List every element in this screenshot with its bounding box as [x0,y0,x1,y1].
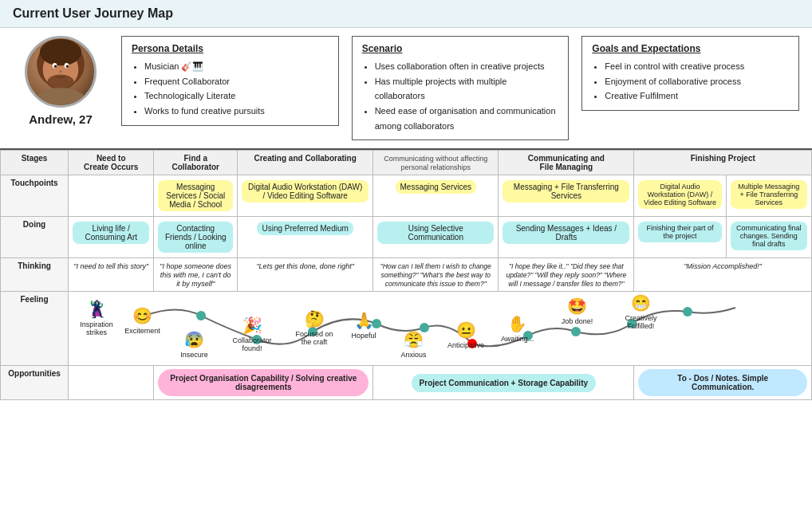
opp-org: Project Organisation Capability / Solvin… [154,366,373,400]
svg-point-6 [66,65,69,68]
col-finish: Finishing Project [634,151,812,175]
page-title: Current User Journey Map [0,0,812,28]
feeling-cell: 🦹‍♀️ Inspiration strikes 😊 Excitement 😰 … [69,292,812,366]
list-item: Frequent Collaborator [144,74,329,89]
thinking-find-text: "I hope someone does this with me, I can… [160,262,231,288]
opp-todo-chip: To - Dos / Notes. Simple Communication. [638,369,807,396]
scenario-box: Scenario Uses collaboration often in cre… [352,36,570,140]
header-row: Stages Need toCreate Occurs Find aCollab… [1,151,812,175]
svg-point-10 [196,311,206,320]
doing-row: Doing Living life / Consuming Art Contac… [1,217,812,258]
opp-comm: Project Communication + Storage Capabili… [373,366,634,400]
stage-doing: Doing [1,217,69,258]
thinking-need: "I need to tell this story" [69,258,154,292]
doing-find-chip: Contacting Friends / Looking online [158,222,233,253]
svg-point-19 [683,307,692,316]
tp-comm2-chip: Messaging + File Transferring Services [503,180,629,202]
opp-comm-chip: Project Communication + Storage Capabili… [412,374,596,392]
feeling-row: Feeling [1,292,812,366]
tp-create-chip: Digital Audio Workstation (DAW) / Video … [242,180,369,202]
stage-opportunities: Opportunities [1,366,69,400]
doing-create-chip: Using Preferred Medium [257,222,353,235]
svg-point-7 [59,70,62,73]
journey-map: Stages Need toCreate Occurs Find aCollab… [0,150,812,400]
opp-todo: To - Dos / Notes. Simple Communication. [634,366,812,400]
doing-finish2-chip: Communicating final changes. Sending fin… [731,222,807,250]
persona-details-box: Persona Details Musician 🎸🎹 Frequent Col… [121,36,339,126]
doing-need-chip: Living life / Consuming Art [73,222,149,244]
svg-point-2 [40,39,81,66]
thinking-find: "I hope someone does this with me, I can… [154,258,238,292]
tp-finish2: Multiple Messaging + File Transferring S… [726,175,811,217]
tp-comm1-chip: Messaging Services [396,180,476,194]
persona-details-list: Musician 🎸🎹 Frequent Collaborator Techno… [132,59,329,119]
thinking-comm1: "How can I tell them I wish to change so… [373,258,499,292]
list-item: Creative Fulfilment [605,88,789,104]
doing-finish1-chip: Finishing their part of the project [638,222,721,242]
avatar-area: Andrew, 27 [13,36,108,126]
svg-point-17 [571,327,581,336]
col-stages: Stages [1,151,69,175]
svg-point-9 [34,88,86,105]
opp-empty1 [69,366,154,400]
list-item: Technologically Literate [144,88,329,104]
persona-section: Andrew, 27 Persona Details Musician 🎸🎹 F… [0,28,812,150]
svg-point-12 [308,327,317,336]
doing-finish2: Communicating final changes. Sending fin… [726,217,811,258]
scenario-list: Uses collaboration often in creative pro… [362,59,559,133]
doing-find: Contacting Friends / Looking online [154,217,238,258]
stage-feeling: Feeling [1,292,69,366]
list-item: Feel in control with creative process [605,59,789,74]
thinking-finish-text: "Mission Accomplished!" [684,262,762,270]
doing-finish1: Finishing their part of the project [634,217,726,258]
avatar [25,36,97,108]
col-comm1: Communicating without affecting personal… [373,151,499,175]
thinking-comm2-text: "I hope they like it.." "Did they see th… [506,262,626,288]
doing-create: Using Preferred Medium [238,217,373,258]
doing-need: Living life / Consuming Art [69,217,154,258]
doing-comm1: Using Selective Communication [373,217,499,258]
tp-need [69,175,154,217]
persona-details-heading: Persona Details [132,43,329,54]
thinking-comm2: "I hope they like it.." "Did they see th… [499,258,634,292]
col-comm2: Communicating andFile Managing [499,151,634,175]
persona-name: Andrew, 27 [29,112,92,126]
touchpoints-row: Touchpoints Messaging Services / Social … [1,175,812,217]
list-item: Musician 🎸🎹 [144,59,329,74]
thinking-create-text: "Lets get this done, done right" [256,262,353,270]
list-item: Uses collaboration often in creative pro… [375,59,559,74]
thinking-finish: "Mission Accomplished!" [634,258,812,292]
tp-create: Digital Audio Workstation (DAW) / Video … [238,175,373,217]
tp-finish2-chip: Multiple Messaging + File Transferring S… [731,180,807,209]
svg-point-5 [54,65,57,68]
tp-find-chip: Messaging Services / Social Media / Scho… [158,180,233,211]
stage-thinking: Thinking [1,258,69,292]
list-item: Enjoyment of collaborative process [605,74,789,89]
svg-point-11 [252,335,262,344]
thinking-need-text: "I need to tell this story" [73,262,148,270]
thinking-comm1-text: "How can I tell them I wish to change so… [380,262,491,288]
thinking-create: "Lets get this done, done right" [238,258,373,292]
tp-find: Messaging Services / Social Media / Scho… [154,175,238,217]
journey-table: Stages Need toCreate Occurs Find aCollab… [0,150,812,400]
svg-point-14 [420,323,429,332]
doing-comm2-chip: Sending Messages + Ideas / Drafts [503,222,629,244]
list-item: Works to fund creative pursuits [144,104,329,119]
scenario-heading: Scenario [362,43,559,54]
thinking-row: Thinking "I need to tell this story" "I … [1,258,812,292]
col-create: Creating and Collaborating [238,151,373,175]
feeling-curve [129,292,751,364]
col-find: Find aCollaborator [154,151,238,175]
doing-comm2: Sending Messages + Ideas / Drafts [499,217,634,258]
col-need: Need toCreate Occurs [69,151,154,175]
svg-point-8 [47,75,74,90]
opportunities-row: Opportunities Project Organisation Capab… [1,366,812,400]
goals-heading: Goals and Expectations [592,43,789,54]
svg-point-16 [523,331,533,340]
goals-box: Goals and Expectations Feel in control w… [581,36,799,111]
list-item: Need ease of organisation and communicat… [375,104,559,133]
goals-list: Feel in control with creative process En… [592,59,789,104]
tp-finish1: Digital Audio Workstation (DAW) / Video … [634,175,726,217]
list-item: Has multiple projects with multiple coll… [375,74,559,104]
svg-point-13 [372,319,381,328]
